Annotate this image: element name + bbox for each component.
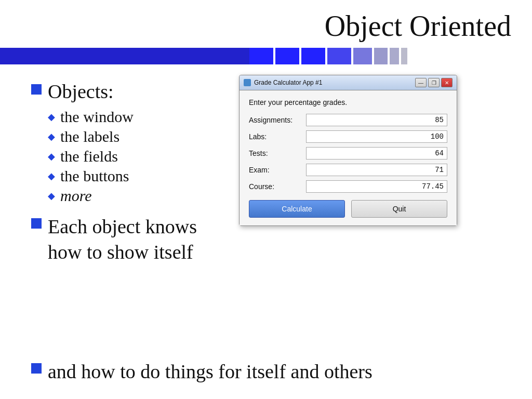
window-body: Enter your percentage grades. Assignment… <box>240 90 457 225</box>
slide-title: Object Oriented <box>21 9 511 43</box>
diamond-icon-1: ◆ <box>48 112 55 122</box>
deco-sq-2 <box>275 48 299 64</box>
diamond-icon-5: ◆ <box>48 191 55 201</box>
assignments-row: Assignments: <box>249 114 447 126</box>
close-button[interactable]: ✕ <box>441 78 453 87</box>
deco-sq-4 <box>327 48 351 64</box>
main-bullet-1: Objects: <box>31 80 249 103</box>
window-controls[interactable]: — ❐ ✕ <box>415 78 453 87</box>
bullet-square-3 <box>31 363 42 374</box>
deco-solid <box>0 48 249 64</box>
window-title-text: Grade Calculator App #1 <box>254 79 322 86</box>
left-content: Objects: ◆ the window ◆ the labels ◆ the… <box>31 80 249 265</box>
labs-label: Labs: <box>249 132 306 141</box>
sub-bullet-labels: ◆ the labels <box>48 128 249 145</box>
content-area: Objects: ◆ the window ◆ the labels ◆ the… <box>0 64 532 276</box>
course-label: Course: <box>249 182 306 191</box>
course-input[interactable] <box>306 180 447 193</box>
window-prompt: Enter your percentage grades. <box>249 98 447 107</box>
sub-bullet-window-text: the window <box>60 108 134 126</box>
bottom-text: and how to do things for itself and othe… <box>48 359 373 384</box>
sub-bullet-more: ◆ more <box>48 187 249 205</box>
diamond-icon-3: ◆ <box>48 152 55 161</box>
diamond-icon-2: ◆ <box>48 132 55 141</box>
button-row: Calculate Quit <box>249 200 447 218</box>
tests-row: Tests: <box>249 147 447 159</box>
main-bullet-2-line1: Each object knows <box>48 214 197 240</box>
sub-bullet-fields: ◆ the fields <box>48 148 249 165</box>
exam-input[interactable] <box>306 164 447 176</box>
deco-sq-7 <box>390 48 399 64</box>
labs-row: Labs: <box>249 130 447 143</box>
main-bullet-2: Each object knows how to show itself <box>31 214 249 265</box>
grade-calculator-window: Grade Calculator App #1 — ❐ ✕ Enter your… <box>239 75 457 226</box>
assignments-input[interactable] <box>306 114 447 126</box>
calculate-button[interactable]: Calculate <box>249 200 345 218</box>
sub-bullet-window: ◆ the window <box>48 108 249 126</box>
deco-sq-3 <box>301 48 325 64</box>
exam-label: Exam: <box>249 166 306 174</box>
window-app-icon <box>244 79 251 86</box>
bullet-square-2 <box>31 218 42 229</box>
deco-sq-5 <box>353 48 372 64</box>
window-titlebar: Grade Calculator App #1 — ❐ ✕ <box>240 75 457 90</box>
sub-bullets: ◆ the window ◆ the labels ◆ the fields ◆… <box>48 108 249 205</box>
deco-sq-6 <box>374 48 388 64</box>
deco-squares <box>249 48 532 64</box>
tests-label: Tests: <box>249 149 306 157</box>
assignments-label: Assignments: <box>249 116 306 124</box>
sub-bullet-more-text: more <box>60 187 92 205</box>
deco-sq-1 <box>249 48 273 64</box>
sub-bullet-labels-text: the labels <box>60 128 119 145</box>
sub-bullet-buttons-text: the buttons <box>60 167 129 185</box>
sub-bullet-buttons: ◆ the buttons <box>48 167 249 185</box>
diamond-icon-4: ◆ <box>48 171 55 181</box>
bottom-bullet: and how to do things for itself and othe… <box>31 359 511 384</box>
main-bullet-1-text: Objects: <box>48 80 114 103</box>
tests-input[interactable] <box>306 147 447 159</box>
minimize-button[interactable]: — <box>415 78 427 87</box>
sub-bullet-fields-text: the fields <box>60 148 118 165</box>
exam-row: Exam: <box>249 164 447 176</box>
labs-input[interactable] <box>306 130 447 143</box>
main-bullet-2-line2: how to show itself <box>48 240 197 265</box>
title-area: Object Oriented <box>0 0 532 48</box>
course-row: Course: <box>249 180 447 193</box>
decorative-bar <box>0 48 532 64</box>
restore-button[interactable]: ❐ <box>428 78 440 87</box>
window-title-left: Grade Calculator App #1 <box>244 79 322 86</box>
deco-sq-8 <box>401 48 407 64</box>
bullet-square-1 <box>31 84 42 95</box>
quit-button[interactable]: Quit <box>351 200 447 218</box>
